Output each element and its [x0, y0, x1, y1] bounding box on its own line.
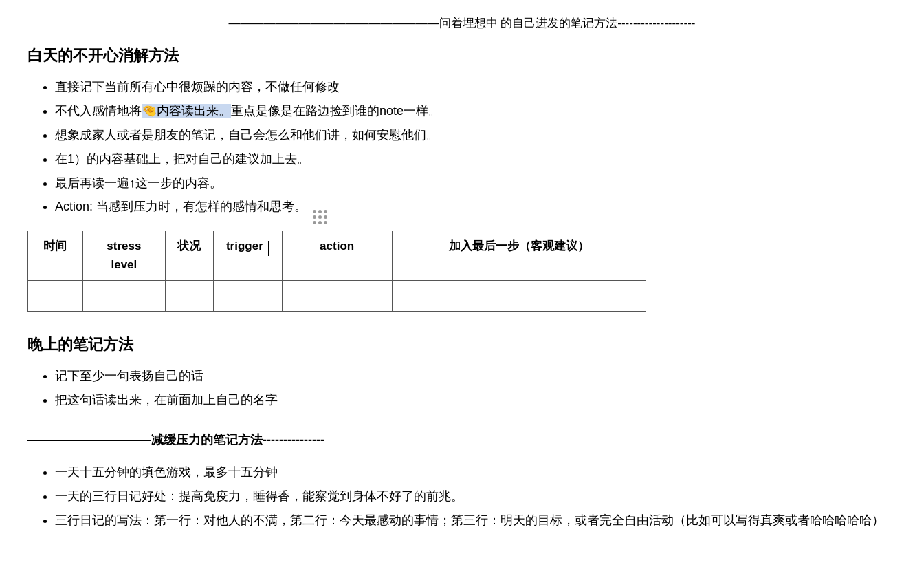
top-divider: ——————————————————问着埋想中 的自己进发的笔记方法------…	[28, 14, 896, 32]
list-item: 不代入感情地将🤏内容读出来。重点是像是在路边捡到谁的note一样。	[55, 101, 896, 121]
col-header-advice: 加入最后一步（客观建议）	[392, 231, 646, 280]
list-item: Action: 当感到压力时，有怎样的感情和思考。	[55, 197, 896, 217]
evening-section: 晚上的笔记方法 记下至少一句表扬自己的话 把这句话读出来，在前面加上自己的名字	[28, 332, 896, 410]
table-row	[28, 280, 646, 311]
list-item: 把这句话读出来，在前面加上自己的名字	[55, 390, 896, 410]
list-item: 直接记下当前所有心中很烦躁的内容，不做任何修改	[55, 77, 896, 97]
stress-table: 时间 stress level 状况 trigger action 加入最后一步…	[28, 231, 646, 311]
cell-status[interactable]	[165, 280, 213, 311]
cell-time[interactable]	[28, 280, 83, 311]
reduce-stress-bullet-list: 一天十五分钟的填色游戏，最多十五分钟 一天的三行日记好处：提高免疫力，睡得香，能…	[28, 462, 896, 530]
col-header-action: action	[282, 231, 392, 280]
cell-action[interactable]	[282, 280, 392, 311]
text-cursor	[268, 241, 270, 256]
list-item: 记下至少一句表扬自己的话	[55, 366, 896, 386]
evening-title: 晚上的笔记方法	[28, 332, 896, 356]
list-item: 一天十五分钟的填色游戏，最多十五分钟	[55, 462, 896, 482]
list-item: 在1）的内容基础上，把对自己的建议加上去。	[55, 149, 896, 169]
list-item: 三行日记的写法：第一行：对他人的不满，第二行：今天最感动的事情；第三行：明天的目…	[55, 511, 896, 531]
cell-stress[interactable]	[82, 280, 165, 311]
list-item: 最后再读一遍↑这一步的内容。	[55, 173, 896, 193]
highlighted-text: 🤏内容读出来。	[142, 104, 231, 118]
table-container: 时间 stress level 状况 trigger action 加入最后一步…	[28, 231, 896, 311]
cell-advice[interactable]	[392, 280, 646, 311]
daytime-title: 白天的不开心消解方法	[28, 43, 896, 67]
col-header-trigger: trigger	[213, 231, 282, 280]
col-header-time: 时间	[28, 231, 83, 280]
col-header-status: 状况	[165, 231, 213, 280]
list-item: 一天的三行日记好处：提高免疫力，睡得香，能察觉到身体不好了的前兆。	[55, 486, 896, 506]
list-item: 想象成家人或者是朋友的笔记，自己会怎么和他们讲，如何安慰他们。	[55, 125, 896, 145]
daytime-bullet-list: 直接记下当前所有心中很烦躁的内容，不做任何修改 不代入感情地将🤏内容读出来。重点…	[28, 77, 896, 217]
bottom-divider: ——————————减缓压力的笔记方法---------------	[28, 430, 896, 450]
evening-bullet-list: 记下至少一句表扬自己的话 把这句话读出来，在前面加上自己的名字	[28, 366, 896, 410]
cell-trigger[interactable]	[213, 280, 282, 311]
col-header-stress: stress level	[82, 231, 165, 280]
